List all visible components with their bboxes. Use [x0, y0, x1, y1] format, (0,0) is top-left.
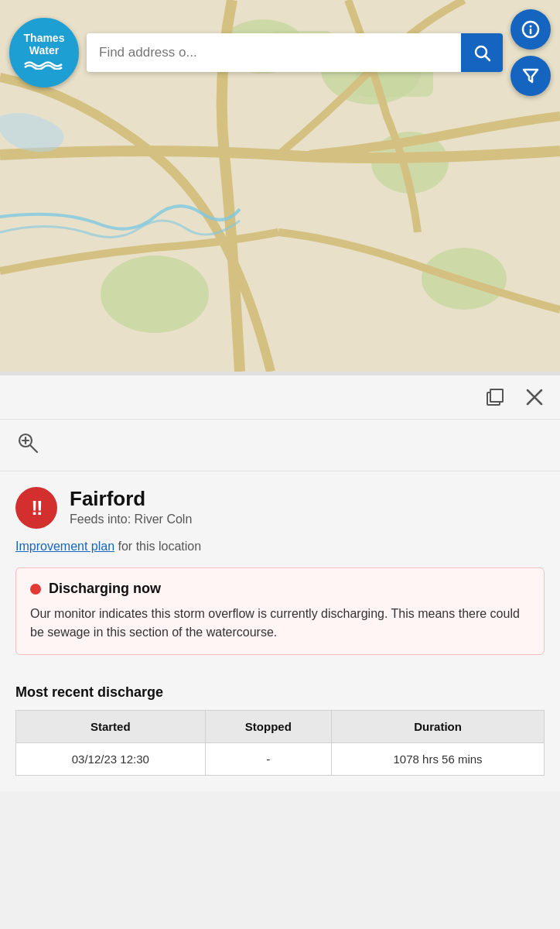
improvement-link-row: Improvement plan for this location [15, 540, 545, 554]
improvement-plan-link[interactable]: Improvement plan [15, 540, 114, 553]
svg-line-11 [486, 57, 490, 61]
discharge-status-label: Discharging now [49, 581, 161, 597]
location-name: Fairford [70, 487, 192, 511]
search-zoom-row [0, 420, 560, 471]
alert-icon: !! [31, 496, 41, 520]
restore-icon [484, 386, 506, 408]
discharge-description: Our monitor indicates this storm overflo… [30, 605, 530, 642]
col-started: Started [16, 711, 206, 743]
map-view[interactable]: Thames Water [0, 0, 560, 372]
map-header: Thames Water [9, 9, 551, 96]
search-input[interactable] [87, 33, 461, 72]
col-duration: Duration [332, 711, 545, 743]
cell-stopped: - [205, 743, 332, 776]
logo: Thames Water [9, 18, 79, 87]
recent-discharge-section: Most recent discharge Started Stopped Du… [0, 684, 560, 791]
discharge-table: Started Stopped Duration 03/12/23 12:30-… [15, 710, 545, 776]
location-section: !! Fairford Feeds into: River Coln Impro… [0, 471, 560, 684]
location-info: Fairford Feeds into: River Coln [70, 487, 192, 526]
discharge-table-header-row: Started Stopped Duration [16, 711, 545, 743]
discharge-red-dot [30, 584, 41, 595]
logo-text: Thames Water [24, 33, 65, 57]
bottom-panel: !! Fairford Feeds into: River Coln Impro… [0, 375, 560, 791]
panel-toolbar [0, 375, 560, 420]
filter-icon [521, 67, 540, 85]
map-action-buttons [510, 9, 551, 96]
info-button[interactable] [510, 9, 551, 50]
feeds-into: Feeds into: River Coln [70, 512, 192, 526]
svg-point-4 [101, 255, 209, 333]
alert-badge: !! [15, 487, 57, 529]
discharge-table-row: 03/12/23 12:30-1078 hrs 56 mins [16, 743, 545, 776]
svg-line-22 [30, 445, 37, 452]
info-icon [521, 20, 540, 39]
cell-duration: 1078 hrs 56 mins [332, 743, 545, 776]
col-stopped: Stopped [205, 711, 332, 743]
svg-marker-15 [524, 70, 538, 82]
restore-button[interactable] [484, 386, 506, 408]
search-bar[interactable] [87, 33, 503, 72]
search-icon [473, 43, 491, 62]
recent-discharge-title: Most recent discharge [15, 684, 545, 701]
zoom-search-icon [15, 430, 40, 455]
logo-waves-icon [23, 59, 65, 73]
improvement-suffix: for this location [114, 540, 201, 553]
close-button[interactable] [524, 387, 545, 407]
svg-rect-17 [490, 389, 503, 402]
cell-started: 03/12/23 12:30 [16, 743, 206, 776]
discharge-card: Discharging now Our monitor indicates th… [15, 567, 545, 655]
logo-line1: Thames [24, 32, 65, 44]
location-header: !! Fairford Feeds into: River Coln [15, 487, 545, 529]
filter-button[interactable] [510, 56, 551, 96]
close-icon [524, 387, 545, 407]
search-button[interactable] [461, 33, 503, 72]
zoom-search-button[interactable] [15, 430, 545, 460]
logo-line2: Water [29, 44, 59, 57]
discharge-status: Discharging now [30, 581, 530, 597]
